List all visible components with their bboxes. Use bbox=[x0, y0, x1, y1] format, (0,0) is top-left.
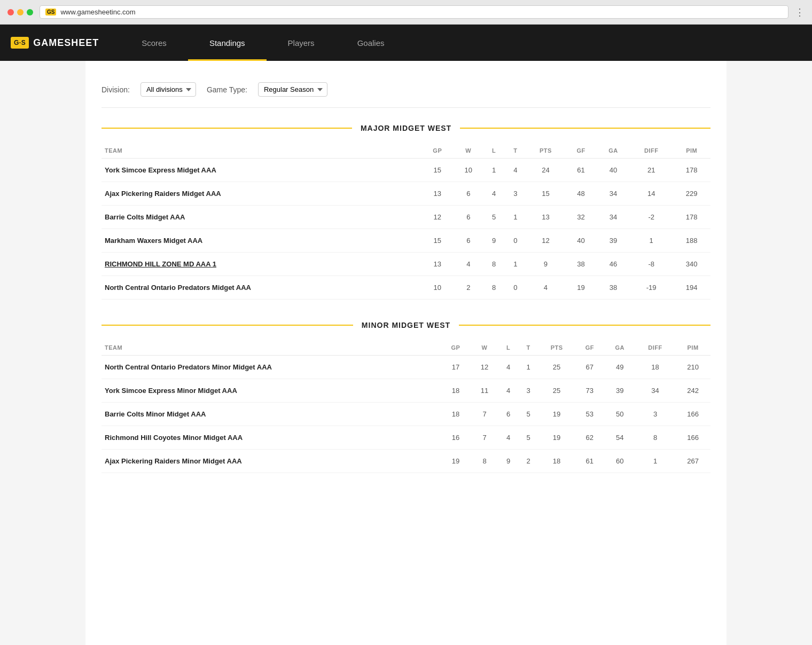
cell-diff: 14 bbox=[630, 182, 673, 206]
cell-gf: 61 bbox=[565, 159, 597, 182]
cell-w: 6 bbox=[454, 229, 483, 253]
col-header-ga: GA bbox=[597, 143, 630, 159]
standings-table-1: TEAMGPWLTPTSGFGADIFFPIMNorth Central Ont… bbox=[102, 340, 710, 473]
cell-w: 8 bbox=[471, 450, 498, 473]
cell-gp: 16 bbox=[441, 426, 471, 450]
nav-items: Scores Standings Players Goalies bbox=[120, 25, 801, 61]
browser-dots bbox=[7, 9, 33, 15]
nav-item-standings[interactable]: Standings bbox=[188, 25, 267, 61]
cell-gp: 15 bbox=[421, 229, 454, 253]
table-row[interactable]: Barrie Colts Midget AAA12651133234-2178 bbox=[102, 206, 710, 229]
cell-w: 4 bbox=[454, 253, 483, 276]
main-content: Division: All divisions Game Type: Regul… bbox=[85, 61, 727, 645]
cell-diff: 18 bbox=[635, 356, 675, 379]
cell-diff: -2 bbox=[630, 206, 673, 229]
cell-gf: 40 bbox=[565, 229, 597, 253]
cell-t: 5 bbox=[518, 426, 538, 450]
table-row[interactable]: North Central Ontario Predators Midget A… bbox=[102, 276, 710, 300]
cell-pts: 9 bbox=[526, 253, 565, 276]
table-row[interactable]: Markham Waxers Midget AAA156901240391188 bbox=[102, 229, 710, 253]
col-header-pts: PTS bbox=[538, 340, 575, 356]
cell-t: 1 bbox=[505, 206, 526, 229]
site-nav: G·S GAMESHEET Scores Standings Players G… bbox=[0, 25, 812, 61]
table-row[interactable]: York Simcoe Express Midget AAA1510142461… bbox=[102, 159, 710, 182]
cell-diff: 1 bbox=[630, 229, 673, 253]
table-row[interactable]: York Simcoe Express Minor Midget AAA1811… bbox=[102, 379, 710, 403]
division-section-1: MINOR MIDGET WEST TEAMGPWLTPTSGFGADIFFPI… bbox=[102, 321, 710, 473]
url-text: www.gamesheetinc.com bbox=[60, 8, 135, 16]
cell-t: 0 bbox=[505, 229, 526, 253]
col-header-gp: GP bbox=[421, 143, 454, 159]
cell-pim: 229 bbox=[673, 182, 710, 206]
table-row[interactable]: Ajax Pickering Raiders Midget AAA1364315… bbox=[102, 182, 710, 206]
col-header-w: W bbox=[454, 143, 483, 159]
team-name-cell: RICHMOND HILL ZONE MD AAA 1 bbox=[102, 253, 421, 276]
standings-table-0: TEAMGPWLTPTSGFGADIFFPIMYork Simcoe Expre… bbox=[102, 143, 710, 300]
cell-gp: 18 bbox=[441, 379, 471, 403]
team-name-cell: Richmond Hill Coyotes Minor Midget AAA bbox=[102, 426, 441, 450]
cell-pim: 340 bbox=[673, 253, 710, 276]
col-header-l: L bbox=[483, 143, 504, 159]
cell-w: 6 bbox=[454, 182, 483, 206]
cell-gp: 17 bbox=[441, 356, 471, 379]
division-title: MAJOR MIDGET WEST bbox=[352, 124, 460, 132]
division-select[interactable]: All divisions bbox=[140, 82, 196, 97]
table-row[interactable]: North Central Ontario Predators Minor Mi… bbox=[102, 356, 710, 379]
close-dot[interactable] bbox=[7, 9, 14, 15]
cell-diff: 3 bbox=[635, 403, 675, 426]
browser-menu-icon[interactable]: ⋮ bbox=[795, 6, 805, 18]
cell-diff: 21 bbox=[630, 159, 673, 182]
nav-item-players[interactable]: Players bbox=[267, 25, 336, 61]
division-line-left bbox=[102, 325, 353, 326]
cell-t: 4 bbox=[505, 159, 526, 182]
cell-gp: 18 bbox=[441, 403, 471, 426]
browser-chrome: GS www.gamesheetinc.com ⋮ bbox=[0, 0, 812, 25]
cell-l: 9 bbox=[498, 450, 519, 473]
cell-diff: -8 bbox=[630, 253, 673, 276]
url-bar[interactable]: GS www.gamesheetinc.com bbox=[40, 5, 788, 19]
logo-badge: G·S bbox=[11, 37, 29, 49]
cell-pts: 13 bbox=[526, 206, 565, 229]
cell-pim: 166 bbox=[675, 426, 710, 450]
table-row[interactable]: Ajax Pickering Raiders Minor Midget AAA1… bbox=[102, 450, 710, 473]
cell-t: 2 bbox=[518, 450, 538, 473]
nav-item-goalies[interactable]: Goalies bbox=[336, 25, 406, 61]
team-name-cell: Markham Waxers Midget AAA bbox=[102, 229, 421, 253]
cell-gp: 15 bbox=[421, 159, 454, 182]
cell-ga: 39 bbox=[597, 229, 630, 253]
col-header-t: T bbox=[505, 143, 526, 159]
cell-l: 4 bbox=[498, 379, 519, 403]
table-row[interactable]: Richmond Hill Coyotes Minor Midget AAA16… bbox=[102, 426, 710, 450]
minimize-dot[interactable] bbox=[17, 9, 24, 15]
nav-item-scores[interactable]: Scores bbox=[120, 25, 188, 61]
cell-ga: 54 bbox=[604, 426, 635, 450]
cell-gf: 38 bbox=[565, 253, 597, 276]
cell-ga: 38 bbox=[597, 276, 630, 300]
cell-l: 8 bbox=[483, 253, 504, 276]
divisions-container: MAJOR MIDGET WEST TEAMGPWLTPTSGFGADIFFPI… bbox=[102, 124, 710, 473]
cell-l: 4 bbox=[483, 182, 504, 206]
col-header-w: W bbox=[471, 340, 498, 356]
table-row[interactable]: RICHMOND HILL ZONE MD AAA 11348193846-83… bbox=[102, 253, 710, 276]
col-header-pim: PIM bbox=[673, 143, 710, 159]
cell-pim: 210 bbox=[675, 356, 710, 379]
division-section-0: MAJOR MIDGET WEST TEAMGPWLTPTSGFGADIFFPI… bbox=[102, 124, 710, 300]
cell-gp: 13 bbox=[421, 182, 454, 206]
cell-pts: 25 bbox=[538, 356, 575, 379]
cell-gp: 12 bbox=[421, 206, 454, 229]
table-row[interactable]: Barrie Colts Minor Midget AAA18765195350… bbox=[102, 403, 710, 426]
cell-t: 5 bbox=[518, 403, 538, 426]
cell-w: 7 bbox=[471, 403, 498, 426]
division-header-1: MINOR MIDGET WEST bbox=[102, 321, 710, 329]
cell-l: 4 bbox=[498, 426, 519, 450]
gametype-select[interactable]: Regular Season bbox=[258, 82, 327, 97]
cell-gf: 32 bbox=[565, 206, 597, 229]
col-header-diff: DIFF bbox=[630, 143, 673, 159]
cell-diff: -19 bbox=[630, 276, 673, 300]
cell-gf: 19 bbox=[565, 276, 597, 300]
cell-t: 3 bbox=[518, 379, 538, 403]
cell-gp: 19 bbox=[441, 450, 471, 473]
maximize-dot[interactable] bbox=[27, 9, 33, 15]
col-header-gf: GF bbox=[565, 143, 597, 159]
col-header-l: L bbox=[498, 340, 519, 356]
